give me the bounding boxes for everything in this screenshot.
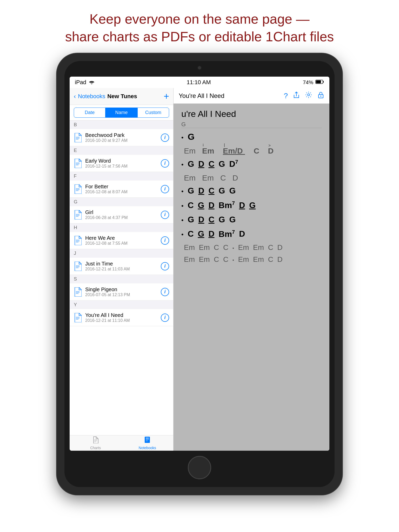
battery-icon: [315, 79, 324, 85]
file-icon: [74, 210, 82, 220]
file-info: Just in Time 2016-12-21 at 11:03 AM: [85, 261, 161, 271]
list-item[interactable]: Girl 2016-06-28 at 4:37 PM i: [70, 206, 173, 223]
list-item[interactable]: Just in Time 2016-12-21 at 11:03 AM i: [70, 258, 173, 275]
tab-notebooks[interactable]: Notebooks: [122, 435, 174, 451]
share-button[interactable]: [293, 91, 300, 100]
bullet-icon: •: [181, 231, 183, 238]
chart-line: • G: [181, 132, 322, 142]
list-item[interactable]: Single Pigeon 2016-07-05 at 12:13 PM i: [70, 283, 173, 301]
file-name: Girl: [85, 209, 161, 215]
chord-c: C: [188, 229, 194, 239]
file-name: Single Pigeon: [85, 287, 161, 292]
bullet-icon: •: [181, 188, 183, 195]
chord-c-ul: C: [208, 215, 214, 224]
charts-icon: [92, 436, 99, 445]
chord-d7: D7: [229, 159, 238, 169]
list-item[interactable]: Beechwood Park 2016-10-20 at 9:27 AM i: [70, 129, 173, 146]
file-info: Early Word 2016-12-15 at 7:56 AM: [85, 158, 161, 169]
chord-g-ul: G: [198, 201, 204, 210]
chart-line: • C G D Bm7 D G: [181, 200, 322, 210]
file-name: Beechwood Park: [85, 132, 161, 138]
nav-back-label[interactable]: Notebooks: [78, 93, 105, 100]
bottom-tab-bar: Charts Notebooks: [70, 435, 173, 451]
svg-point-38: [320, 96, 321, 97]
svg-rect-2: [323, 81, 324, 83]
file-date: 2016-12-21 at 11:03 AM: [85, 267, 161, 271]
file-date: 2016-12-21 at 11:10 AM: [85, 318, 161, 323]
file-name: You're All I Need: [85, 312, 161, 318]
info-button[interactable]: i: [161, 134, 169, 142]
info-button[interactable]: i: [161, 262, 169, 270]
chart-line: • C G D Bm7 D: [181, 229, 322, 239]
section-header-e: E: [70, 146, 173, 155]
section-header-s: S: [70, 275, 173, 283]
info-button[interactable]: i: [161, 314, 169, 322]
file-name: Early Word: [85, 158, 161, 164]
wifi-icon: [89, 79, 95, 86]
info-button[interactable]: i: [161, 159, 169, 168]
info-button[interactable]: i: [161, 236, 169, 245]
chart-line: • G D C G G: [181, 186, 322, 196]
chord-g-ul: G: [198, 229, 204, 239]
help-button[interactable]: ?: [284, 92, 288, 100]
list-item[interactable]: Early Word 2016-12-15 at 7:56 AM i: [70, 155, 173, 172]
file-name: For Better: [85, 184, 161, 190]
file-date: 2016-12-08 at 8:07 AM: [85, 190, 161, 194]
chord-em2: Em: [202, 174, 214, 182]
sort-tab-custom[interactable]: Custom: [137, 108, 169, 118]
section-header-b: B: [70, 121, 173, 129]
section-label-g: G: [181, 121, 186, 128]
add-button[interactable]: +: [164, 92, 169, 101]
section-header-g: G: [70, 198, 173, 206]
section-header-h: H: [70, 223, 173, 232]
chart-header: You're All I Need ?: [174, 88, 329, 104]
device-inner: iPad 11:10 AM 74%: [64, 61, 335, 487]
chord-d-ul2: D: [239, 201, 245, 210]
svg-rect-33: [146, 439, 149, 440]
tab-charts[interactable]: Charts: [70, 435, 122, 451]
ipad-label: iPad: [75, 79, 86, 86]
lock-button[interactable]: [317, 91, 324, 100]
settings-button[interactable]: [305, 91, 312, 100]
chart-line: Em Em C D: [181, 174, 322, 182]
file-name: Here We Are: [85, 235, 161, 241]
list-item[interactable]: You're All I Need 2016-12-21 at 11:10 AM…: [70, 309, 173, 326]
file-icon: [74, 159, 82, 168]
file-icon: [74, 133, 82, 142]
file-info: Here We Are 2016-12-08 at 7:55 AM: [85, 235, 161, 246]
file-name: Just in Time: [85, 261, 161, 267]
chord-d-ul: D: [198, 186, 204, 196]
chord-g3: G: [229, 186, 236, 196]
battery-label: 74%: [303, 79, 313, 85]
chord-g: G: [188, 186, 194, 196]
file-info: Single Pigeon 2016-07-05 at 12:13 PM: [85, 287, 161, 297]
nav-title: ‹ Notebooks New Tunes: [74, 93, 137, 100]
svg-point-36: [308, 94, 310, 96]
chord-em-d: |Em/D: [223, 147, 245, 155]
app-content: ‹ Notebooks New Tunes + Date Name Custom: [70, 88, 329, 451]
chord-d: >D: [268, 147, 274, 155]
status-time: 11:10 AM: [187, 79, 211, 86]
info-button[interactable]: i: [161, 288, 169, 296]
sort-tab-date[interactable]: Date: [74, 108, 105, 118]
chart-content: u're All I Need G • G Em: [174, 104, 329, 451]
chord-d: D: [239, 229, 245, 239]
heading-line1: Keep everyone on the same page —: [21, 10, 378, 28]
chart-line: Em Em C C • Em Em C D: [181, 255, 322, 264]
right-panel: You're All I Need ?: [174, 88, 329, 451]
chord-c: C: [220, 174, 226, 182]
list-item[interactable]: Here We Are 2016-12-08 at 7:55 AM i: [70, 232, 173, 249]
info-button[interactable]: i: [161, 211, 169, 219]
chord-c-ul: C: [208, 159, 214, 169]
notebooks-icon: [144, 436, 151, 445]
sort-tab-name[interactable]: Name: [105, 108, 137, 118]
info-button[interactable]: i: [161, 185, 169, 193]
status-left: iPad: [75, 79, 95, 86]
file-info: You're All I Need 2016-12-21 at 11:10 AM: [85, 312, 161, 323]
back-arrow-icon: ‹: [74, 93, 76, 100]
list-item[interactable]: For Better 2016-12-08 at 8:07 AM i: [70, 181, 173, 198]
file-date: 2016-10-20 at 9:27 AM: [85, 138, 161, 143]
tab-charts-label: Charts: [90, 446, 101, 450]
home-button[interactable]: [188, 456, 211, 479]
chord-g2: G: [219, 215, 225, 224]
